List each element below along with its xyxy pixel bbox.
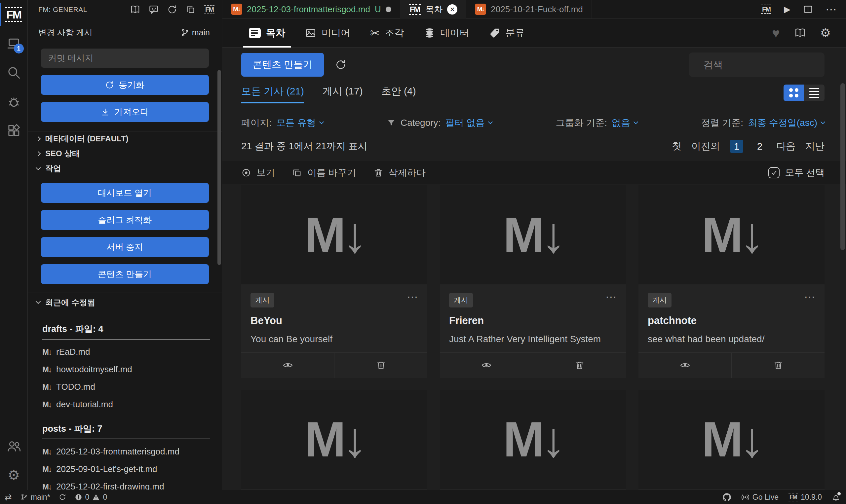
section-recent[interactable]: 최근에 수정됨 [28,295,222,310]
filter-page[interactable]: 페이지: 모든 유형 [241,116,323,129]
card-menu-icon[interactable]: ⋯ [605,290,617,304]
content-card-frieren[interactable]: M↓ 게시 ⋯ Frieren Just A Rather Very Intel… [440,185,626,378]
sync-button[interactable]: 동기화 [41,75,209,95]
activitybar-extensions[interactable] [0,116,28,145]
panel-scrollbar[interactable] [840,83,845,250]
activitybar-settings[interactable]: ⚙ [0,461,28,490]
pagination-previous[interactable]: 이전의 [691,140,720,153]
rename-action[interactable]: 이름 바꾸기 [292,166,356,179]
nav-data[interactable]: 데이터 [414,19,479,48]
branch-status[interactable]: main* [20,493,50,502]
filter-page-label: 페이지: [241,116,272,129]
list-view-button[interactable] [804,85,825,101]
file-item[interactable]: M↓ 2025-12-03-frontmatterisgod.md [42,447,210,457]
grid-view-button[interactable] [783,85,804,101]
sidebar-scrollbar[interactable] [217,70,221,265]
section-seo[interactable]: SEO 상태 [28,146,222,161]
content-card-beyou[interactable]: M↓ 게시 ⋯ BeYou You can Be yourself [241,185,427,378]
content-card-row2[interactable]: M↓ 게시 ⋯ [241,390,427,490]
content-card-row2[interactable]: M↓ 게시 ⋯ [440,390,626,490]
tab-drafts[interactable]: 초안 (4) [381,85,416,103]
select-all-toggle[interactable]: 모두 선택 [768,166,825,179]
section-metadata[interactable]: 메타데이터 (DEFAULT) [28,131,222,146]
tab-published[interactable]: 게시 (17) [322,85,363,103]
card-view-button[interactable] [638,353,731,378]
file-item[interactable]: M↓ 2025-12-02-first-drawing.md [42,482,210,490]
notifications-status[interactable] [832,493,840,501]
filter-category[interactable]: Category: 필터 없음 [387,116,492,129]
tab-frontmatterisgod[interactable]: M↓ 2025-12-03-frontmatterisgod.md U [223,0,400,18]
content-card-row2[interactable]: M↓ 게시 ⋯ [638,390,825,490]
activitybar-frontmatter[interactable]: FM [0,0,28,29]
filter-group[interactable]: 그룹화 기준: 없음 [556,116,638,129]
filter-sort[interactable]: 정렬 기준: 최종 수정일(asc) [701,116,825,129]
pagination-page-1[interactable]: 1 [730,140,743,153]
pagination-page-2[interactable]: 2 [753,140,766,153]
nav-snippets[interactable]: ✂ 조각 [360,19,414,48]
docs-book-icon[interactable] [130,5,140,15]
delete-action[interactable]: 삭제하다 [373,166,426,179]
file-item[interactable]: M↓ howtodoitmyself.md [42,364,210,375]
refresh-icon[interactable] [335,59,346,70]
open-dashboard-button[interactable]: 대시보드 열기 [41,183,209,203]
open-editors-copy-icon[interactable] [186,5,196,15]
card-delete-button[interactable] [731,353,825,378]
sponsor-heart-icon[interactable]: ♥ [772,26,780,40]
pagination-next[interactable]: 다음 [776,140,795,153]
activitybar-remote-explorer[interactable]: 1 [0,29,28,58]
refresh-sync-icon[interactable] [167,5,177,15]
sync-button-label: 동기화 [119,79,144,91]
remote-indicator[interactable]: ⇄ [5,493,12,501]
more-actions-icon[interactable]: ⋯ [826,4,837,15]
go-live-status[interactable]: Go Live [741,493,779,502]
search-input[interactable] [704,59,828,70]
file-item[interactable]: M↓ rEaD.md [42,347,210,357]
run-play-icon[interactable]: ▶ [784,5,791,14]
card-delete-button[interactable] [334,353,427,378]
github-status[interactable] [722,493,731,502]
tab-all-articles[interactable]: 모든 기사 (21) [241,85,304,103]
card-view-button[interactable] [241,353,334,378]
file-item[interactable]: M↓ 2025-09-01-Let's-get-it.md [42,464,210,474]
settings-gear-icon[interactable]: ⚙ [820,27,831,39]
create-content-button[interactable]: 콘텐츠 만들기 [241,53,324,77]
create-content-button-sidebar[interactable]: 콘텐츠 만들기 [41,264,209,284]
feedback-comment-icon[interactable] [149,5,159,15]
activitybar-debug[interactable] [0,87,28,116]
nav-taxonomy[interactable]: 분류 [479,19,535,48]
section-actions[interactable]: 작업 [28,161,222,176]
card-menu-icon[interactable]: ⋯ [804,290,815,304]
view-action[interactable]: 보기 [241,166,275,179]
frontmatter-version-status[interactable]: FM 10.9.0 [789,493,822,502]
fm-action-icon[interactable]: FM [761,5,771,14]
activitybar-search[interactable] [0,58,28,87]
tab-toc-active[interactable]: FM 목차 × [400,0,466,19]
fm-panel-icon[interactable]: FM [204,5,214,14]
file-name: howtodoitmyself.md [56,364,132,375]
optimize-slug-button[interactable]: 슬러그 최적화 [41,210,209,230]
nav-toc[interactable]: 목차 [239,19,295,48]
close-icon[interactable]: × [447,4,457,15]
split-editor-icon[interactable] [803,4,813,14]
content-card-patchnote[interactable]: M↓ 게시 ⋯ patchnote see what had been upda… [638,185,825,378]
nav-media[interactable]: 미디어 [295,19,360,48]
card-view-button[interactable] [440,353,533,378]
docs-book-icon[interactable] [794,28,806,39]
pagination-first[interactable]: 첫 [672,140,682,153]
pagination-last[interactable]: 지난 [805,140,825,153]
card-delete-button[interactable] [533,353,626,378]
pull-button[interactable]: 가져오다 [41,102,209,122]
tab-fuck-off[interactable]: M↓ 2025-10-21-Fuck-off.md [466,0,592,18]
activitybar-accounts[interactable] [0,432,28,461]
card-footer [241,353,427,378]
commit-message-input[interactable] [41,49,209,68]
problems-status[interactable]: 0 0 [75,493,107,502]
open-dashboard-label: 대시보드 열기 [98,187,152,199]
stop-server-button[interactable]: 서버 중지 [41,237,209,257]
file-item[interactable]: M↓ dev-tutorial.md [42,399,210,410]
status-bar: ⇄ main* 0 0 [0,490,846,504]
card-menu-icon[interactable]: ⋯ [407,290,418,304]
file-item[interactable]: M↓ TODO.md [42,382,210,392]
modified-dot-icon[interactable] [386,6,391,12]
sync-status[interactable] [59,493,66,501]
